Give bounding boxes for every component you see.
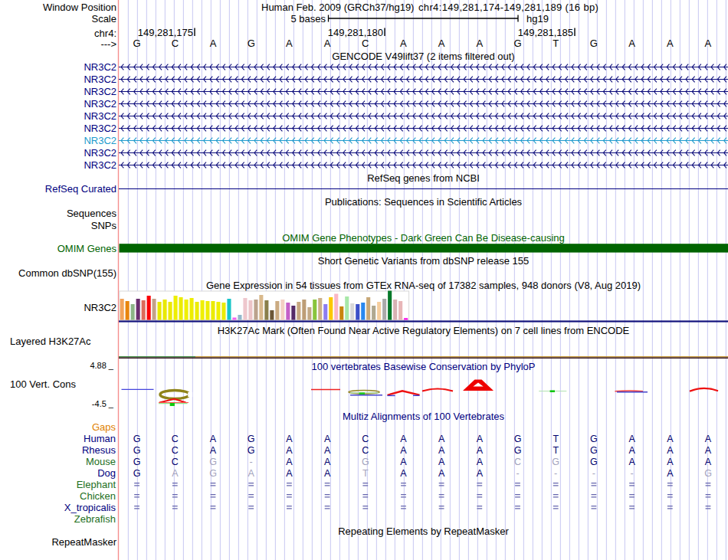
- svg-text:A: A: [324, 468, 331, 479]
- svg-text:5 bases: 5 bases: [290, 13, 326, 25]
- svg-text:T: T: [362, 468, 369, 479]
- svg-text:4.88 _: 4.88 _: [90, 361, 113, 370]
- svg-text:Dog: Dog: [97, 467, 116, 479]
- svg-text:NR3C2: NR3C2: [84, 74, 116, 85]
- svg-text:Gene Expression in 54 tissues: Gene Expression in 54 tissues from GTEx …: [206, 280, 641, 291]
- svg-text:A: A: [210, 445, 217, 456]
- svg-text:Window Position: Window Position: [43, 2, 116, 13]
- svg-text:149,281,175: 149,281,175: [138, 27, 193, 38]
- svg-text:-4.5 _: -4.5 _: [92, 399, 114, 408]
- svg-text:A: A: [324, 457, 331, 467]
- svg-text:NR3C2: NR3C2: [84, 302, 116, 313]
- svg-text:OMIM Gene Phenotypes - Dark Gr: OMIM Gene Phenotypes - Dark Green Can Be…: [282, 232, 565, 244]
- svg-text:A: A: [705, 445, 712, 456]
- svg-text:Multiz Alignments of 100 Verte: Multiz Alignments of 100 Vertebrates: [343, 411, 505, 422]
- svg-text:G: G: [248, 445, 255, 456]
- svg-text:NR3C2: NR3C2: [84, 98, 116, 110]
- svg-text:C: C: [362, 434, 369, 444]
- svg-text:A: A: [705, 38, 712, 49]
- svg-text:Layered H3K27Ac: Layered H3K27Ac: [10, 336, 91, 347]
- svg-text:C: C: [362, 445, 369, 456]
- svg-text:Repeating Elements by RepeatMa: Repeating Elements by RepeatMasker: [338, 526, 509, 537]
- svg-text:G: G: [133, 38, 141, 49]
- svg-text:A: A: [477, 434, 484, 444]
- svg-text:G: G: [590, 434, 598, 444]
- svg-text:OMIM Genes: OMIM Genes: [57, 243, 117, 254]
- svg-text:Common dbSNP(155): Common dbSNP(155): [18, 267, 116, 279]
- svg-text:Gaps: Gaps: [92, 421, 116, 433]
- svg-text:G: G: [590, 445, 598, 456]
- svg-text:C: C: [172, 38, 179, 49]
- svg-text:G: G: [704, 468, 712, 479]
- svg-text:A: A: [477, 457, 484, 467]
- svg-text:Short Genetic Variants from db: Short Genetic Variants from dbSNP releas…: [318, 255, 530, 267]
- svg-text:G: G: [248, 38, 255, 49]
- svg-text:G: G: [248, 434, 255, 444]
- svg-text:C: C: [172, 445, 179, 456]
- svg-text:Publications: Sequences in Sci: Publications: Sequences in Scientific Ar…: [325, 196, 523, 208]
- svg-text:Rhesus: Rhesus: [82, 444, 116, 456]
- svg-text:A: A: [400, 445, 407, 456]
- svg-text:G: G: [209, 457, 217, 467]
- svg-text:NR3C2: NR3C2: [84, 110, 116, 122]
- svg-text:Mouse: Mouse: [86, 456, 116, 467]
- svg-text:X_tropicalis: X_tropicalis: [64, 502, 116, 513]
- svg-text:A: A: [400, 434, 407, 444]
- svg-text:G: G: [514, 445, 522, 456]
- svg-text:T: T: [553, 38, 559, 49]
- svg-text:A: A: [705, 434, 712, 444]
- svg-text:NR3C2: NR3C2: [84, 147, 116, 159]
- svg-text:A: A: [286, 445, 293, 456]
- svg-text:A: A: [667, 434, 674, 444]
- svg-text:-: -: [554, 468, 557, 479]
- svg-text:A: A: [438, 445, 445, 456]
- svg-text:C: C: [172, 457, 179, 467]
- svg-text:-: -: [631, 468, 634, 479]
- svg-text:A: A: [324, 445, 331, 456]
- svg-text:G: G: [133, 434, 141, 444]
- svg-text:A: A: [438, 434, 445, 444]
- svg-text:RefSeq Curated: RefSeq Curated: [45, 183, 116, 195]
- svg-text:A: A: [438, 38, 445, 49]
- svg-text:C: C: [172, 434, 179, 444]
- svg-text:Elephant: Elephant: [77, 479, 116, 490]
- svg-text:A: A: [477, 468, 484, 479]
- svg-text:-: -: [516, 468, 519, 479]
- svg-text:A: A: [210, 434, 217, 444]
- svg-text:A: A: [286, 38, 293, 49]
- svg-text:Human Feb. 2009 (GRCh37/hg19): Human Feb. 2009 (GRCh37/hg19): [261, 2, 414, 13]
- svg-text:A: A: [400, 38, 407, 49]
- svg-text:A: A: [628, 457, 635, 467]
- svg-text:G: G: [362, 457, 369, 467]
- svg-text:A: A: [400, 468, 407, 479]
- svg-text:149,281,185: 149,281,185: [518, 27, 573, 38]
- svg-text:A: A: [438, 468, 445, 479]
- svg-text:-: -: [250, 457, 253, 467]
- svg-text:100 vertebrates Basewise Conse: 100 vertebrates Basewise Conservation by…: [312, 361, 536, 372]
- svg-text:hg19: hg19: [526, 13, 549, 25]
- svg-text:A: A: [400, 457, 407, 467]
- svg-text:RefSeq genes from NCBI: RefSeq genes from NCBI: [367, 172, 480, 184]
- svg-text:NR3C2: NR3C2: [84, 86, 116, 97]
- svg-text:A: A: [667, 468, 674, 479]
- svg-text:SNPs: SNPs: [91, 220, 117, 231]
- svg-text:Zebrafish: Zebrafish: [74, 513, 116, 525]
- svg-text:chr4:: chr4:: [94, 28, 116, 39]
- svg-text:G: G: [552, 457, 559, 467]
- svg-text:A: A: [477, 445, 484, 456]
- svg-text:A: A: [210, 38, 217, 49]
- svg-text:T: T: [553, 445, 559, 456]
- svg-text:G: G: [514, 434, 522, 444]
- svg-text:G: G: [590, 457, 598, 467]
- svg-text:A: A: [286, 468, 293, 479]
- svg-text:100 Vert. Cons: 100 Vert. Cons: [10, 378, 76, 390]
- svg-text:149,281,180: 149,281,180: [328, 27, 383, 38]
- svg-text:RepeatMasker: RepeatMasker: [51, 536, 116, 548]
- svg-text:A: A: [667, 445, 674, 456]
- svg-text:Sequences: Sequences: [67, 208, 117, 219]
- svg-text:A: A: [172, 468, 179, 479]
- svg-text:NR3C2: NR3C2: [84, 159, 116, 171]
- svg-text:chr4:149,281,174-149,281,189 (: chr4:149,281,174-149,281,189 (16 bp): [418, 2, 598, 13]
- svg-text:G: G: [133, 457, 141, 467]
- svg-text:A: A: [286, 434, 293, 444]
